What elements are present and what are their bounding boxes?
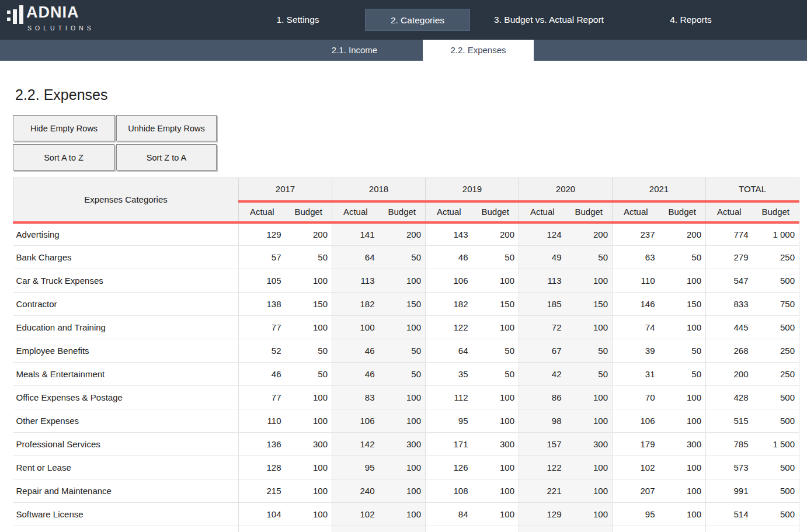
value-cell[interactable]: 95	[332, 456, 379, 479]
value-cell[interactable]	[286, 526, 332, 532]
value-cell[interactable]: 100	[659, 456, 706, 479]
value-cell[interactable]: 200	[379, 222, 426, 246]
value-cell[interactable]: 100	[379, 479, 426, 503]
category-cell[interactable]	[13, 526, 239, 532]
value-cell[interactable]: 84	[426, 503, 472, 526]
value-cell[interactable]: 200	[286, 222, 332, 246]
category-cell[interactable]: Other Expenses	[13, 409, 239, 433]
value-cell[interactable]: 833	[706, 293, 753, 316]
value-cell[interactable]: 268	[706, 339, 753, 363]
category-cell[interactable]: Advertising	[13, 222, 239, 246]
value-cell[interactable]: 50	[566, 339, 613, 363]
value-cell[interactable]: 110	[613, 269, 659, 293]
value-cell[interactable]: 200	[706, 363, 753, 386]
value-cell[interactable]: 64	[332, 246, 379, 269]
subtab-income[interactable]: 2.1. Income	[308, 40, 401, 61]
tab-categories[interactable]: 2. Categories	[365, 9, 470, 31]
value-cell[interactable]: 100	[379, 269, 426, 293]
value-cell[interactable]: 250	[753, 246, 799, 269]
category-cell[interactable]: Repair and Maintenance	[13, 479, 239, 503]
value-cell[interactable]: 138	[239, 293, 286, 316]
value-cell[interactable]	[706, 526, 753, 532]
value-cell[interactable]: 100	[286, 479, 332, 503]
value-cell[interactable]: 500	[753, 409, 799, 433]
value-cell[interactable]: 74	[613, 316, 659, 339]
value-cell[interactable]: 150	[566, 293, 613, 316]
value-cell[interactable]: 500	[753, 479, 799, 503]
value-cell[interactable]: 102	[332, 503, 379, 526]
value-cell[interactable]: 50	[472, 363, 519, 386]
value-cell[interactable]: 207	[613, 479, 659, 503]
value-cell[interactable]: 110	[239, 409, 286, 433]
value-cell[interactable]: 50	[286, 363, 332, 386]
value-cell[interactable]: 106	[426, 269, 472, 293]
value-cell[interactable]: 514	[706, 503, 753, 526]
hide-empty-rows-button[interactable]: Hide Empty Rows	[13, 115, 115, 141]
value-cell[interactable]: 100	[659, 503, 706, 526]
tab-budget-vs-actual-report[interactable]: 3. Budget vs. Actual Report	[479, 9, 619, 31]
value-cell[interactable]: 573	[706, 456, 753, 479]
value-cell[interactable]: 100	[659, 269, 706, 293]
value-cell[interactable]: 50	[659, 246, 706, 269]
value-cell[interactable]: 95	[613, 503, 659, 526]
value-cell[interactable]: 250	[753, 339, 799, 363]
category-cell[interactable]: Bank Charges	[13, 246, 239, 269]
value-cell[interactable]: 57	[239, 246, 286, 269]
value-cell[interactable]: 237	[613, 222, 659, 246]
value-cell[interactable]: 100	[286, 503, 332, 526]
value-cell[interactable]: 98	[519, 409, 566, 433]
value-cell[interactable]: 46	[332, 339, 379, 363]
value-cell[interactable]: 240	[332, 479, 379, 503]
category-cell[interactable]: Education and Training	[13, 316, 239, 339]
value-cell[interactable]: 100	[286, 409, 332, 433]
value-cell[interactable]: 500	[753, 456, 799, 479]
value-cell[interactable]: 100	[286, 316, 332, 339]
value-cell[interactable]	[332, 526, 379, 532]
value-cell[interactable]: 100	[379, 456, 426, 479]
value-cell[interactable]	[753, 526, 799, 532]
value-cell[interactable]: 39	[613, 339, 659, 363]
value-cell[interactable]	[239, 526, 286, 532]
value-cell[interactable]: 35	[426, 363, 472, 386]
value-cell[interactable]: 1 000	[753, 222, 799, 246]
value-cell[interactable]: 50	[472, 339, 519, 363]
value-cell[interactable]: 122	[519, 456, 566, 479]
value-cell[interactable]	[613, 526, 659, 532]
value-cell[interactable]: 200	[659, 222, 706, 246]
value-cell[interactable]: 136	[239, 433, 286, 456]
value-cell[interactable]: 428	[706, 386, 753, 409]
value-cell[interactable]: 750	[753, 293, 799, 316]
value-cell[interactable]: 49	[519, 246, 566, 269]
value-cell[interactable]: 150	[286, 293, 332, 316]
value-cell[interactable]: 100	[472, 503, 519, 526]
value-cell[interactable]: 100	[472, 456, 519, 479]
value-cell[interactable]: 112	[426, 386, 472, 409]
value-cell[interactable]: 100	[566, 456, 613, 479]
value-cell[interactable]: 300	[566, 433, 613, 456]
value-cell[interactable]: 142	[332, 433, 379, 456]
value-cell[interactable]: 500	[753, 503, 799, 526]
value-cell[interactable]: 128	[239, 456, 286, 479]
value-cell[interactable]: 100	[472, 269, 519, 293]
value-cell[interactable]: 113	[332, 269, 379, 293]
value-cell[interactable]: 67	[519, 339, 566, 363]
tab-settings[interactable]: 1. Settings	[251, 9, 345, 31]
value-cell[interactable]: 179	[613, 433, 659, 456]
value-cell[interactable]: 300	[379, 433, 426, 456]
value-cell[interactable]: 100	[659, 386, 706, 409]
value-cell[interactable]: 146	[613, 293, 659, 316]
value-cell[interactable]: 102	[613, 456, 659, 479]
value-cell[interactable]: 52	[239, 339, 286, 363]
value-cell[interactable]: 500	[753, 386, 799, 409]
value-cell[interactable]: 445	[706, 316, 753, 339]
value-cell[interactable]: 182	[332, 293, 379, 316]
value-cell[interactable]: 100	[659, 316, 706, 339]
value-cell[interactable]: 1 500	[753, 433, 799, 456]
value-cell[interactable]: 221	[519, 479, 566, 503]
unhide-empty-rows-button[interactable]: Unhide Empty Rows	[116, 115, 217, 141]
value-cell[interactable]: 50	[566, 246, 613, 269]
value-cell[interactable]: 182	[426, 293, 472, 316]
value-cell[interactable]: 100	[566, 386, 613, 409]
value-cell[interactable]: 774	[706, 222, 753, 246]
category-cell[interactable]: Contractor	[13, 293, 239, 316]
